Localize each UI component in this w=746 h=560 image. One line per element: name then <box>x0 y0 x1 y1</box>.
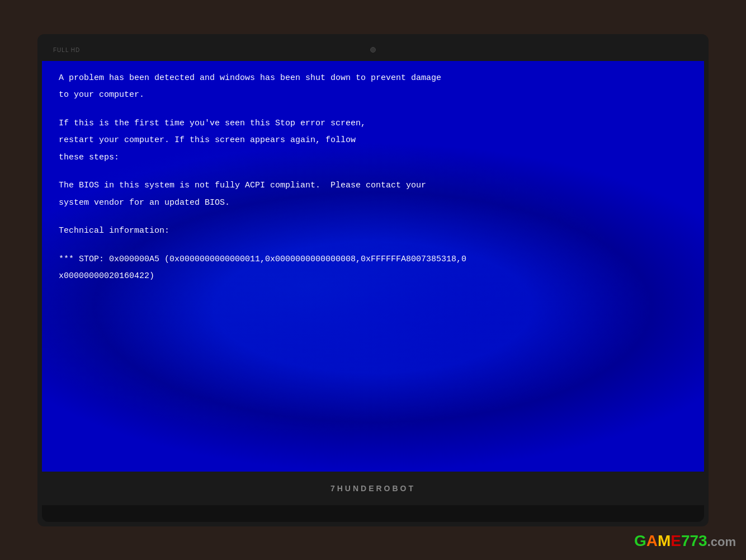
webcam <box>370 47 376 53</box>
laptop-stand <box>42 505 704 522</box>
bsod-blank-4 <box>59 242 687 253</box>
bsod-content: A problem has been detected and windows … <box>42 61 704 472</box>
watermark-num: 773 <box>681 532 707 549</box>
watermark: GAME773.com <box>634 532 736 550</box>
watermark-a: A <box>646 532 658 549</box>
watermark-g: G <box>634 532 646 549</box>
watermark-e: E <box>671 532 681 549</box>
bsod-line-5: these steps: <box>59 152 687 164</box>
bsod-line-8: Technical information: <box>59 225 687 238</box>
top-bezel: FULL HD <box>42 39 704 61</box>
bsod-blank-1 <box>59 106 687 117</box>
bsod-line-6: The BIOS in this system is not fully ACP… <box>59 180 687 192</box>
laptop-screen: A problem has been detected and windows … <box>42 61 704 472</box>
bsod-line-9: *** STOP: 0x000000A5 (0x0000000000000011… <box>59 253 687 266</box>
bsod-line-3: If this is the first time you've seen th… <box>59 117 687 130</box>
brand-top-label: FULL HD <box>53 46 80 53</box>
watermark-m: M <box>658 532 671 549</box>
bsod-line-4: restart your computer. If this screen ap… <box>59 134 687 147</box>
laptop-frame: FULL HD A problem has been detected and … <box>37 34 709 526</box>
brand-bottom-label: 7HUNDEROBOT <box>330 484 416 493</box>
watermark-com: com <box>711 535 736 549</box>
bsod-line-10: x00000000020160422) <box>59 270 687 283</box>
bsod-line-7: system vendor for an updated BIOS. <box>59 197 687 210</box>
bsod-line-2: to your computer. <box>59 89 687 102</box>
bottom-bezel: 7HUNDEROBOT <box>42 472 704 505</box>
bsod-blank-2 <box>59 168 687 180</box>
bsod-line-1: A problem has been detected and windows … <box>59 72 687 85</box>
bsod-blank-3 <box>59 214 687 225</box>
